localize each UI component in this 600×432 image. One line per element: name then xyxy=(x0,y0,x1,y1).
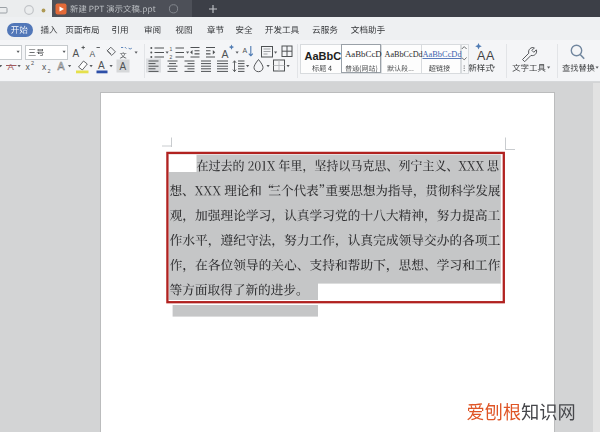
svg-text:A: A xyxy=(477,49,486,63)
svg-text:AaBbCcD: AaBbCcD xyxy=(345,49,382,59)
svg-text:AaBbCcDd: AaBbCcDd xyxy=(423,50,463,59)
svg-text:A: A xyxy=(58,60,65,72)
svg-text:A: A xyxy=(120,61,127,72)
svg-text:A: A xyxy=(98,60,105,71)
svg-text:x: x xyxy=(42,62,47,72)
svg-text:2: 2 xyxy=(31,60,34,66)
svg-text:1: 1 xyxy=(170,46,173,52)
svg-text:2: 2 xyxy=(48,68,51,74)
svg-text:A: A xyxy=(243,47,248,54)
svg-text:x: x xyxy=(26,62,31,72)
svg-text:A: A xyxy=(222,48,229,60)
svg-text:A: A xyxy=(73,48,80,59)
svg-text:AaBbC: AaBbC xyxy=(305,50,342,62)
svg-text:AaBbCcDd: AaBbCcDd xyxy=(385,50,423,59)
svg-text:2: 2 xyxy=(170,54,173,60)
svg-text:A: A xyxy=(486,49,495,63)
svg-text:A: A xyxy=(90,49,96,59)
